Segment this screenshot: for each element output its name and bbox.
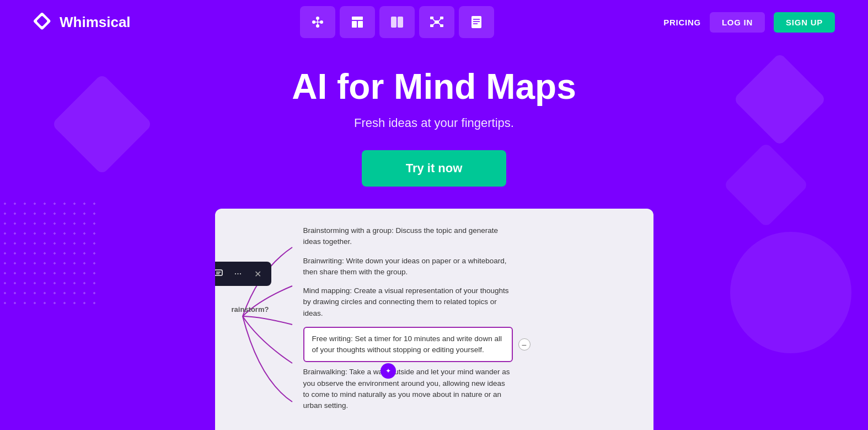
node-item-4: Brainwalking: Take a walk outside and le… xyxy=(292,367,631,411)
svg-point-5 xyxy=(320,20,323,24)
node-toolbar: ✦ ··· ✕ xyxy=(215,262,271,286)
hero-section: AI for Mind Maps Fresh ideas at your fin… xyxy=(0,44,868,203)
bg-circle xyxy=(730,232,851,353)
signup-button[interactable]: SIGN UP xyxy=(774,12,835,33)
svg-rect-22 xyxy=(471,16,481,28)
nav-right: PRICING LOG IN SIGN UP xyxy=(663,12,835,33)
logo-icon xyxy=(33,12,53,32)
tool-mindmap[interactable] xyxy=(419,6,454,38)
tool-docs[interactable] xyxy=(459,6,494,38)
svg-point-2 xyxy=(312,20,315,24)
node-collapse-button[interactable]: – xyxy=(518,338,531,351)
svg-rect-18 xyxy=(430,17,433,19)
svg-rect-10 xyxy=(358,21,363,28)
svg-rect-12 xyxy=(398,17,403,28)
pricing-link[interactable]: PRICING xyxy=(663,18,701,27)
navbar: Whimsical xyxy=(0,0,868,44)
flowchart-icon xyxy=(310,14,325,30)
svg-rect-21 xyxy=(440,24,443,27)
root-node-label: rainstorm? xyxy=(232,305,269,314)
node-text-2: Mind mapping: Create a visual representa… xyxy=(303,285,513,319)
logo-area[interactable]: Whimsical xyxy=(33,12,131,32)
login-button[interactable]: LOG IN xyxy=(710,12,765,33)
svg-point-3 xyxy=(316,17,319,20)
try-now-button[interactable]: Try it now xyxy=(362,150,507,187)
svg-rect-9 xyxy=(352,21,357,28)
node-text-4: Brainwalking: Take a walk outside and le… xyxy=(303,367,513,411)
node-item-3[interactable]: Free writing: Set a timer for 10 minutes… xyxy=(292,327,631,363)
svg-point-4 xyxy=(316,24,319,28)
docs-icon xyxy=(469,14,484,30)
node-item-2: Mind mapping: Create a visual representa… xyxy=(292,285,631,319)
svg-rect-13 xyxy=(435,20,439,24)
toolbar-comment-button[interactable] xyxy=(215,265,227,283)
logo-text: Whimsical xyxy=(60,14,131,31)
svg-rect-11 xyxy=(391,17,397,28)
wireframe-icon xyxy=(350,14,365,30)
nav-tools xyxy=(300,6,494,38)
hero-subtitle: Fresh ideas at your fingertips. xyxy=(11,116,857,130)
tool-wireframe[interactable] xyxy=(340,6,375,38)
svg-rect-20 xyxy=(430,24,433,27)
toolbar-more-button[interactable]: ··· xyxy=(229,265,247,283)
tool-split[interactable] xyxy=(379,6,415,38)
split-icon xyxy=(389,14,405,30)
svg-rect-19 xyxy=(440,17,443,19)
node-item-0: Brainstorming with a group: Discuss the … xyxy=(292,225,631,248)
tool-flowchart[interactable] xyxy=(300,6,335,38)
svg-rect-28 xyxy=(215,270,222,275)
mind-map-nodes: Brainstorming with a group: Discuss the … xyxy=(270,225,631,416)
svg-rect-8 xyxy=(352,17,363,20)
node-text-1: Brainwriting: Write down your ideas on p… xyxy=(303,256,513,278)
preview-card: ✦ ··· ✕ rainstorm? xyxy=(215,209,653,430)
node-item-1: Brainwriting: Write down your ideas on p… xyxy=(292,256,631,278)
node-text-3: Free writing: Set a timer for 10 minutes… xyxy=(303,327,513,363)
dots-pattern-left xyxy=(0,199,99,309)
toolbar-close-button[interactable]: ✕ xyxy=(249,265,267,283)
hero-wrapper: AI for Mind Maps Fresh ideas at your fin… xyxy=(0,44,868,430)
hero-title: AI for Mind Maps xyxy=(11,66,857,107)
mindmap-icon xyxy=(429,14,444,30)
node-text-0: Brainstorming with a group: Discuss the … xyxy=(303,225,513,248)
ai-assist-icon: ✦ xyxy=(381,363,396,379)
